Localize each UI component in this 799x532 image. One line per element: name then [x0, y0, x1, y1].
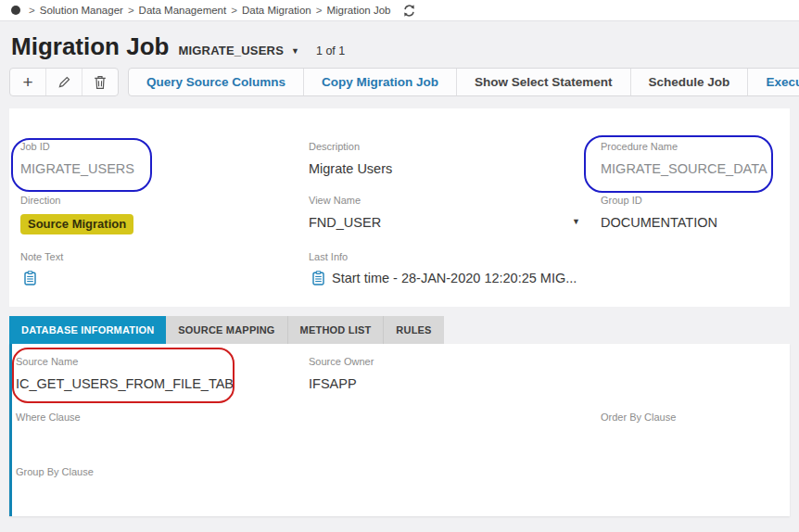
note-text-label: Note Text — [20, 250, 309, 263]
note-text-field: Note Text — [20, 250, 309, 290]
breadcrumb: > Solution Manager > Data Management > D… — [0, 0, 799, 21]
schedule-job-button[interactable]: Schedule Job — [631, 69, 749, 95]
description-label: Description — [309, 140, 601, 153]
view-name-value: FND_USER — [309, 214, 601, 232]
job-id-label: Job ID — [20, 140, 309, 153]
where-clause-field: Where Clause — [16, 411, 309, 449]
view-name-label: View Name — [309, 194, 601, 207]
where-clause-value — [16, 431, 309, 449]
source-owner-label: Source Owner — [309, 355, 601, 368]
last-info-note-icon[interactable] — [312, 271, 324, 285]
trash-icon — [94, 75, 107, 90]
breadcrumb-separator: > — [316, 5, 323, 16]
source-owner-field: Source Owner IFSAPP — [309, 355, 601, 393]
breadcrumb-item-data-migration[interactable]: Data Migration — [242, 5, 311, 16]
delete-button[interactable] — [82, 69, 118, 95]
record-id: MIGRATE_USERS — [178, 44, 284, 57]
record-count: 1 of 1 — [316, 44, 345, 57]
toolbar: + Query Source Columns Copy Migration Jo… — [9, 68, 799, 96]
refresh-icon[interactable] — [402, 4, 416, 18]
breadcrumb-item-data-management[interactable]: Data Management — [139, 5, 227, 16]
record-selector[interactable]: MIGRATE_USERS ▼ — [178, 44, 299, 57]
breadcrumb-separator: > — [231, 5, 237, 16]
order-by-clause-field: Order By Clause — [601, 411, 790, 449]
command-button-group: Query Source Columns Copy Migration Job … — [128, 68, 799, 96]
tab-method-list[interactable]: METHOD LIST — [287, 316, 384, 344]
group-by-clause-value — [16, 486, 309, 503]
copy-migration-job-button[interactable]: Copy Migration Job — [304, 69, 457, 95]
group-by-clause-label: Group By Clause — [16, 465, 309, 478]
last-info-field: Last Info Start time - 28-JAN-2020 12:20… — [309, 250, 601, 290]
job-id-field: Job ID MIGRATE_USERS — [20, 140, 309, 178]
breadcrumb-separator: > — [128, 5, 134, 16]
where-clause-label: Where Clause — [16, 411, 309, 424]
job-id-value: MIGRATE_USERS — [20, 160, 309, 178]
group-id-field: Group ID DOCUMENTATION — [601, 194, 790, 234]
order-by-clause-value — [601, 431, 790, 449]
app-menu-dot-icon[interactable] — [11, 6, 20, 15]
description-field: Description Migrate Users — [309, 140, 601, 178]
query-source-columns-button[interactable]: Query Source Columns — [129, 69, 304, 95]
source-name-field: Source Name IC_GET_USERS_FROM_FILE_TAB — [16, 355, 309, 393]
direction-label: Direction — [20, 194, 309, 207]
direction-status-badge: Source Migration — [20, 214, 133, 234]
chevron-down-icon: ▼ — [291, 46, 299, 56]
view-name-dropdown-icon[interactable]: ▼ — [572, 217, 580, 226]
page-title: Migration Job — [11, 32, 169, 60]
breadcrumb-item-migration-job[interactable]: Migration Job — [326, 5, 390, 16]
last-info-label: Last Info — [309, 250, 601, 263]
last-info-value: Start time - 28-JAN-2020 12:20:25 MIG... — [332, 271, 577, 285]
tab-database-information[interactable]: DATABASE INFORMATION — [9, 316, 166, 344]
plus-icon: + — [22, 73, 32, 91]
source-owner-value: IFSAPP — [309, 375, 601, 393]
crud-button-group: + — [9, 68, 119, 96]
tab-bar: DATABASE INFORMATION SOURCE MAPPING METH… — [9, 316, 799, 344]
tab-rules[interactable]: RULES — [383, 316, 443, 344]
procedure-name-value: MIGRATE_SOURCE_DATA — [601, 160, 790, 178]
breadcrumb-separator: > — [29, 5, 35, 16]
group-id-value: DOCUMENTATION — [601, 214, 790, 232]
page-header: Migration Job MIGRATE_USERS ▼ 1 of 1 — [11, 32, 799, 60]
edit-button[interactable] — [46, 69, 82, 95]
tab-source-mapping[interactable]: SOURCE MAPPING — [166, 316, 286, 344]
description-value: Migrate Users — [309, 160, 601, 178]
group-by-clause-field: Group By Clause — [16, 465, 309, 503]
note-text-note-icon[interactable] — [24, 271, 36, 285]
database-information-panel: Source Name IC_GET_USERS_FROM_FILE_TAB S… — [9, 344, 790, 516]
procedure-name-label: Procedure Name — [601, 140, 790, 153]
direction-field: Direction Source Migration — [20, 194, 309, 234]
pencil-icon — [57, 75, 71, 89]
show-select-statement-button[interactable]: Show Select Statement — [457, 69, 631, 95]
breadcrumb-item-solution-manager[interactable]: Solution Manager — [40, 5, 123, 16]
view-name-field: View Name FND_USER ▼ — [309, 194, 601, 234]
source-name-label: Source Name — [16, 355, 309, 368]
group-id-label: Group ID — [601, 194, 790, 207]
migration-job-form: Job ID MIGRATE_USERS Description Migrate… — [9, 108, 790, 307]
add-button[interactable]: + — [10, 69, 46, 95]
source-name-value: IC_GET_USERS_FROM_FILE_TAB — [16, 375, 309, 393]
execute-job-button[interactable]: Execute Job — [748, 69, 799, 95]
order-by-clause-label: Order By Clause — [601, 411, 790, 424]
procedure-name-field: Procedure Name MIGRATE_SOURCE_DATA — [601, 140, 790, 178]
